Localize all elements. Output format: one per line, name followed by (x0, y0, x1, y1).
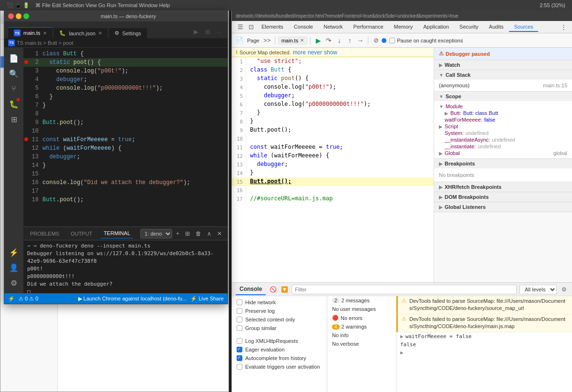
module-arrow[interactable]: ▼ (439, 104, 444, 109)
log-xhr-checkbox[interactable] (237, 338, 242, 344)
vscode-minimize-dot[interactable] (16, 13, 21, 19)
file-tab-close[interactable]: ✕ (300, 38, 304, 43)
terminal-tab[interactable]: TERMINAL (101, 228, 133, 238)
autocomplete-option[interactable]: Autocomplete from history (232, 354, 327, 362)
selected-context-option[interactable]: Selected context only (232, 315, 327, 324)
show-link[interactable]: show (324, 49, 337, 56)
step-over-btn[interactable]: ↷ (324, 36, 333, 45)
console-clear-btn[interactable]: 🚫 (269, 285, 277, 294)
src-line-7: 7 } (232, 109, 434, 117)
tab-settings[interactable]: ⚙ Settings (109, 28, 147, 38)
tab-launch-json[interactable]: 🐛 launch.json ✕ (53, 28, 108, 38)
vscode-maximize-dot[interactable] (23, 13, 29, 19)
tab-security[interactable]: Security (455, 22, 483, 32)
source-control-icon[interactable]: ⑂ (7, 82, 21, 95)
resume-btn[interactable]: ▶ (313, 36, 323, 45)
selected-context-checkbox[interactable] (237, 317, 242, 322)
expand-icon-1[interactable]: ▶ (400, 333, 404, 340)
never-link[interactable]: never (308, 49, 322, 56)
tab-sources[interactable]: Sources (509, 22, 538, 32)
hide-network-checkbox[interactable] (237, 299, 242, 305)
butt-arrow[interactable]: ▶ (445, 111, 448, 116)
launch-status[interactable]: ▶ Launch Chrome against localhost (deno-… (78, 296, 187, 302)
tab-network[interactable]: Network (319, 22, 347, 32)
run-icon[interactable]: ▶ (191, 27, 201, 36)
global-listeners-header[interactable]: ▶ Global Listeners (434, 202, 572, 212)
eval-triggers-checkbox[interactable] (237, 364, 242, 370)
new-terminal-btn[interactable]: + (174, 229, 181, 238)
breakpoints-header[interactable]: ▶ Breakpoints (434, 159, 572, 168)
tab-console[interactable]: Console (289, 22, 318, 32)
console-filter-btn[interactable]: 🔽 (280, 285, 289, 294)
system-val: undefined (466, 130, 489, 136)
script-arrow[interactable]: ▶ (439, 124, 443, 129)
eval-triggers-option[interactable]: Evaluate triggers user activation (232, 362, 327, 371)
call-stack-header[interactable]: ▼ Call Stack (434, 70, 572, 80)
output-tab[interactable]: OUTPUT (68, 229, 95, 238)
preserve-log-checkbox[interactable] (237, 308, 242, 314)
terminal-select[interactable]: 1: deno (140, 229, 172, 238)
global-arrow[interactable]: ▶ (439, 151, 443, 156)
scope-header[interactable]: ▼ Scope (434, 92, 572, 101)
settings-icon-activity[interactable]: ⚙ (7, 276, 21, 289)
tab-audits[interactable]: Audits (484, 22, 509, 32)
group-similar-checkbox[interactable] (237, 325, 242, 331)
split-editor-icon[interactable]: ⊞ (203, 27, 212, 36)
autocomplete-checkbox[interactable] (237, 355, 242, 361)
debug-icon-activity[interactable]: 🐛 (7, 97, 21, 111)
step-into-btn[interactable]: ↓ (334, 36, 344, 45)
deactivate-breakpoints-btn[interactable]: ⊘ (371, 36, 381, 45)
debugger-status: Debugger paused (446, 51, 490, 57)
problems-tab[interactable]: PROBLEMS (27, 229, 62, 238)
chevron-up-btn[interactable]: ∧ (205, 229, 213, 238)
tab-performance[interactable]: Performance (349, 22, 388, 32)
call-stack-label: Call Stack (446, 72, 471, 78)
tab-main-ts[interactable]: TS main.ts ✕ (8, 27, 52, 38)
global-listeners-arrow: ▶ (439, 205, 443, 210)
tab-elements[interactable]: Elements (257, 22, 288, 32)
step-btn[interactable]: → (355, 36, 365, 45)
eager-eval-option[interactable]: Eager evaluation (232, 345, 327, 354)
split-terminal-btn[interactable]: ⊞ (183, 229, 192, 238)
console-filter-input[interactable] (291, 285, 517, 294)
breadcrumb-expand[interactable]: >> (262, 36, 272, 45)
preserve-log-option[interactable]: Preserve log (232, 307, 327, 315)
xhr-header[interactable]: ▶ XHR/fetch Breakpoints (434, 182, 572, 192)
group-similar-option[interactable]: Group similar (232, 324, 327, 332)
remote-icon[interactable]: ⚡ (7, 246, 21, 259)
search-icon[interactable]: 🔍 (7, 67, 21, 80)
console-settings-btn[interactable]: ⚙ (560, 285, 568, 294)
code-area[interactable]: 1 class Butt { 2 static poot() { 3 conso… (23, 48, 228, 227)
expand-icon-2[interactable]: ▶ (400, 350, 404, 356)
explorer-icon[interactable]: 📄 (7, 52, 21, 65)
butt-row: ▶ Butt: Butt: class Butt (445, 110, 567, 116)
more-actions-icon[interactable]: ··· (214, 27, 224, 36)
page-select-icon[interactable]: 📄 (235, 36, 244, 45)
extensions-icon[interactable]: ⊞ (7, 113, 21, 126)
trash-terminal-btn[interactable]: 🗑 (194, 229, 203, 238)
pause-exceptions-checkbox[interactable] (389, 38, 395, 43)
vscode-close-dot[interactable] (8, 13, 14, 19)
dt-more-icon[interactable]: ⋮ (559, 22, 568, 32)
log-xhr-option[interactable]: Log XMLHttpRequests (232, 337, 327, 345)
src-line-4: 4 console.log("p00t!"); (232, 83, 434, 92)
file-tab-main-ts[interactable]: main.ts ✕ (278, 37, 307, 44)
hide-network-option[interactable]: Hide network (232, 298, 327, 307)
step-out-btn[interactable]: ↑ (345, 36, 354, 45)
dt-inspect-icon[interactable]: ⊡ (246, 22, 256, 32)
tab-memory[interactable]: Memory (389, 22, 418, 32)
dom-header[interactable]: ▶ DOM Breakpoints (434, 192, 572, 202)
terminal-content[interactable]: → → deno-fuckery deno --inspect main.ts … (23, 240, 228, 293)
close-panel-btn[interactable]: ✕ (215, 229, 224, 238)
live-share-status[interactable]: ⚡ Live Share (190, 296, 224, 302)
eager-eval-checkbox[interactable] (237, 347, 242, 352)
tab-main-ts-close[interactable]: ✕ (43, 31, 47, 36)
tab-application[interactable]: Application (418, 22, 454, 32)
console-levels-select[interactable]: All levels (520, 285, 557, 294)
watch-header[interactable]: ▶ Watch (434, 60, 572, 70)
info-icon: ℹ (236, 49, 238, 55)
accounts-icon[interactable]: 👤 (7, 261, 21, 274)
tab-launch-json-close[interactable]: ✕ (98, 31, 102, 36)
dt-toggle-icon[interactable]: ☰ (236, 22, 245, 32)
more-link[interactable]: more (293, 49, 306, 56)
